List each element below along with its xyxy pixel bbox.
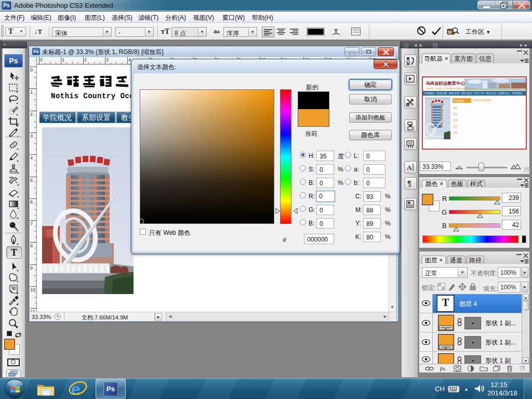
svg-text:¶: ¶ (407, 179, 411, 188)
svg-text:学院新闻: 学院新闻 (454, 99, 464, 103)
svg-text:乌词县职业教育中心: 乌词县职业教育中心 (425, 81, 466, 86)
svg-text:招生就业: 招生就业 (461, 91, 472, 95)
svg-text:[11]: [11] (453, 106, 458, 109)
svg-text:教务管理: 教务管理 (449, 91, 459, 95)
svg-text:[12]: [12] (453, 112, 458, 115)
svg-text:系部设置: 系部设置 (436, 91, 447, 95)
svg-text:Nothis Country Occupation Educ: Nothis Country Occupation Education Cent… (427, 87, 476, 90)
svg-text:校园文化: 校园文化 (498, 91, 509, 95)
svg-text:SCHOOL NEWS: SCHOOL NEWS (474, 99, 491, 102)
svg-text:校企合作: 校企合作 (486, 91, 497, 95)
svg-text:T: T (334, 28, 338, 34)
svg-text:A: A (407, 164, 412, 171)
svg-text:[13]: [13] (453, 118, 458, 122)
svg-text:联系我们: 联系我们 (512, 91, 523, 95)
svg-text:学院概况: 学院概况 (424, 91, 434, 95)
svg-text:[14]: [14] (453, 125, 458, 128)
svg-text:学生工作: 学生工作 (474, 91, 485, 95)
svg-text:Br: Br (448, 31, 452, 34)
svg-text:[15]: [15] (453, 131, 458, 134)
